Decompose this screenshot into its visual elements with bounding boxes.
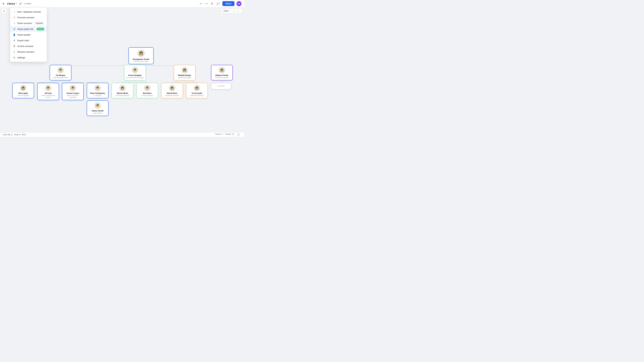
name-hr: Alf Canti — [39, 92, 57, 94]
name-ceo: Georgeanne Gorke — [130, 58, 152, 60]
teams-count: Teams: 5 — [215, 133, 223, 136]
statusbar: Undo (⌘ Z) Redo (⇧ ⌘ Z) Teams: 5 People:… — [0, 132, 244, 137]
nav-group: Library ▾ — [7, 2, 17, 5]
menu-label-settings: Settings — [17, 56, 25, 59]
card-coo[interactable]: 👨 Cly Mengue Chief Operating Officer — [50, 65, 72, 80]
name-ds: Patrice Petrelli — [88, 110, 107, 112]
archive-icon: 🗄 — [13, 45, 16, 47]
card-vacant[interactable]: 1 Position — [211, 83, 231, 89]
avatar-content: 👨 — [144, 85, 150, 91]
share-scenario-icon: ⊹ — [13, 22, 16, 25]
role-it: IT Manager — [88, 95, 107, 97]
name-mktg3: Ty Carreyette — [188, 92, 206, 94]
card-comm[interactable]: 👨 Kevan Garaghan Communications Manager — [124, 65, 146, 80]
menu-item-share-public-link[interactable]: 🔗 Share public link Active — [10, 26, 47, 32]
name-it: Pietro Farfalameev — [88, 92, 107, 94]
name-vacant: 1 Position — [217, 85, 224, 87]
name-coo: Cly Mengue — [51, 74, 70, 76]
card-content[interactable]: 👨 Brett Hans Content Manager — [136, 83, 158, 98]
avatar-mktg3: 👩 — [194, 85, 200, 91]
topbar: ♦ Library ▾ 🔗 Online ↩ ↪ ⬇ 📈 Share RM — [0, 0, 244, 7]
role-comm: Communications Manager — [126, 77, 144, 79]
menu-item-new-duplicate[interactable]: + New / duplicate scenario — [10, 9, 47, 14]
card-hr[interactable]: 👨 Alf Canti Head of People and Culture — [37, 83, 59, 100]
undo-redo-group: Undo (⌘ Z) Redo (⇧ ⌘ Z) — [3, 134, 26, 136]
name-talent: Jermain Cooper — [64, 92, 82, 94]
menu-label-share-scenario: Share scenario — [17, 22, 32, 24]
avatar-talent: 👨 — [70, 85, 76, 91]
menu-item-promote[interactable]: ⬡ Promote scenario — [10, 14, 47, 20]
avatar-comm: 👨 — [132, 67, 138, 73]
name-content: Brett Hans — [138, 92, 156, 94]
rename-icon: ✏ — [13, 50, 16, 53]
role-mktg2: Marketing Associate — [163, 95, 181, 97]
menu-item-settings[interactable]: ⚙ Settings — [10, 55, 47, 60]
avatar-coo: 👨 — [57, 67, 64, 73]
avatar-ea: 👩 — [219, 67, 225, 73]
card-fin[interactable]: 👩 Brita Lippitt Finance Manager — [12, 83, 34, 98]
link-icon: 🔗 — [19, 2, 22, 5]
card-talent[interactable]: 👨 Jermain Cooper Talent Acquisition Spec… — [62, 83, 84, 100]
user-avatar[interactable]: RM — [236, 1, 242, 6]
card-ds[interactable]: 👨 Patrice Petrelli Data Scientist — [87, 100, 108, 116]
menu-item-rename[interactable]: ✏ Rename scenario — [10, 49, 47, 55]
avatar-ceo: 👩 — [137, 50, 145, 57]
avatar-hr: 👨 — [45, 85, 51, 91]
role-mktg3: Marketing Associate — [188, 95, 206, 97]
dropdown-menu: + New / duplicate scenario ⬡ Promote sce… — [10, 7, 47, 62]
card-mktg3[interactable]: 👩 Ty Carreyette Marketing Associate — [186, 83, 208, 98]
role-comm2: Community Manager — [113, 95, 132, 97]
avatar-ds: 👨 — [94, 102, 101, 109]
undo-status-btn[interactable]: Undo (⌘ Z) — [3, 134, 12, 136]
undo-btn[interactable]: ↩ — [199, 1, 202, 6]
avatar-mktg: 👩 — [182, 67, 188, 73]
chart-btn[interactable]: 📈 — [216, 1, 220, 6]
menu-item-export-chart[interactable]: ⬇ Export chart — [10, 37, 47, 43]
share-scenario-badge: 1 person — [34, 22, 44, 25]
library-title[interactable]: Library — [7, 2, 15, 5]
import-icon: 👤 — [13, 33, 16, 36]
menu-label-import-people: Import people — [17, 33, 31, 36]
export-icon: ⬇ — [13, 39, 16, 42]
role-talent: Talent Acquisition Specialist — [64, 95, 82, 98]
settings-icon: ⚙ — [13, 56, 16, 59]
zoom-label: Zoom — [224, 10, 228, 12]
role-hr: Head of People and Culture — [39, 95, 57, 98]
topbar-right: ↩ ↪ ⬇ 📈 Share RM — [199, 1, 242, 6]
zoom-in-btn[interactable]: + — [232, 9, 235, 12]
menu-item-import-people[interactable]: 👤 Import people — [10, 32, 47, 37]
menu-label-archive: Archive scenario — [17, 45, 33, 47]
card-mktg[interactable]: 👩 Mathilde Benger Marketing Manager — [174, 65, 196, 80]
role-ea: Executive Assistant — [213, 77, 231, 79]
help-button[interactable]: ? — [237, 133, 240, 136]
plus-icon: + — [13, 10, 16, 13]
card-it[interactable]: 👨 Pietro Farfalameev IT Manager — [87, 83, 108, 98]
avatar-fin: 👩 — [20, 85, 26, 91]
share-link-badge: Active — [37, 28, 44, 30]
card-mktg2[interactable]: 👩 Elfreda Beert Marketing Associate — [161, 83, 183, 98]
zoom-fit-btn[interactable]: ⛶ — [236, 9, 240, 12]
share-button[interactable]: Share — [222, 1, 234, 6]
menu-item-share-scenario[interactable]: ⊹ Share scenario 1 person — [10, 20, 47, 26]
card-ea[interactable]: 👩 Bellanca Pendle Executive Assistant — [211, 65, 233, 80]
statusbar-right: Teams: 5 People: 14 ? — [215, 133, 242, 136]
name-comm: Kevan Garaghan — [126, 74, 144, 76]
redo-btn[interactable]: ↪ — [204, 1, 208, 6]
name-mktg: Mathilde Benger — [176, 74, 194, 76]
sidebar-toggle[interactable]: ⊡ — [2, 9, 6, 13]
role-mktg: Marketing Manager — [176, 77, 194, 79]
app-logo: ♦ — [3, 2, 4, 5]
role-coo: Chief Operating Officer — [51, 77, 70, 79]
redo-status-btn[interactable]: Redo (⇧ ⌘ Z) — [14, 134, 26, 136]
title-caret: ▾ — [16, 3, 17, 4]
card-comm2[interactable]: 👩 Wynnie Micah Community Manager — [112, 83, 133, 98]
zoom-out-btn[interactable]: − — [229, 9, 232, 12]
menu-item-archive[interactable]: 🗄 Archive scenario — [10, 43, 47, 49]
menu-label-export-chart: Export chart — [17, 39, 29, 42]
role-ceo: Chief Executive Officer — [130, 60, 152, 62]
card-ceo[interactable]: 👩 Georgeanne Gorke Chief Executive Offic… — [128, 47, 154, 64]
name-comm2: Wynnie Micah — [113, 92, 132, 94]
avatar-mktg2: 👩 — [169, 85, 175, 91]
online-status: Online — [24, 2, 31, 5]
download-btn[interactable]: ⬇ — [210, 1, 214, 6]
